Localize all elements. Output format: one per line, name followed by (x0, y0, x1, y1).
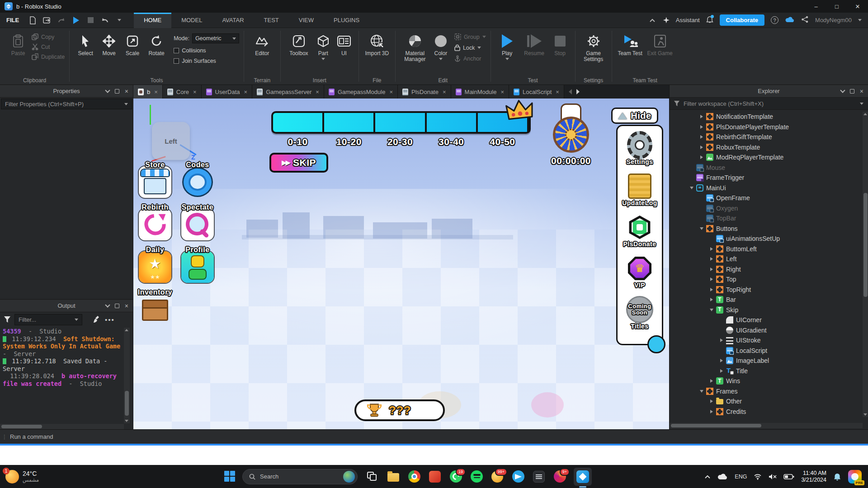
toolbox-button[interactable]: Toolbox (285, 32, 312, 76)
side-menu-item-icon[interactable] (627, 132, 652, 158)
output-collapse-icon[interactable] (105, 302, 110, 307)
join-surfaces-checkbox-box[interactable] (174, 58, 179, 64)
game-menu-button[interactable]: Codes (181, 164, 214, 198)
collisions-checkbox[interactable]: Collisions (174, 47, 239, 54)
tree-expand-icon[interactable] (708, 246, 715, 252)
material-manager-button[interactable]: Material Manager (400, 32, 430, 76)
tree-expand-icon[interactable] (708, 408, 715, 415)
collapse-ribbon-icon[interactable] (648, 16, 657, 25)
explorer-tree-row[interactable]: Buttons (670, 224, 862, 234)
ribbon-tab[interactable]: VIEW (289, 13, 324, 28)
open-file-icon[interactable] (42, 16, 52, 25)
tab-close-icon[interactable]: × (443, 89, 446, 95)
document-tab[interactable]: MainModule × (451, 85, 509, 99)
cut-button[interactable]: Cut (32, 43, 65, 50)
explorer-tree-row[interactable]: UIGradient (670, 325, 862, 336)
notification-bell-icon[interactable] (833, 473, 841, 481)
telegram-icon[interactable] (511, 470, 525, 483)
tree-expand-icon[interactable] (698, 144, 705, 150)
command-bar[interactable]: ⋮ Run a command (0, 429, 868, 444)
ribbon-tab[interactable]: PLUGINS (324, 13, 369, 28)
properties-collapse-icon[interactable] (105, 88, 110, 93)
volume-muted-icon[interactable] (769, 474, 777, 480)
onedrive-icon[interactable] (717, 473, 728, 480)
game-menu-button[interactable]: Daily (138, 249, 172, 283)
tree-expand-icon[interactable] (708, 235, 715, 242)
explorer-tree-row[interactable]: ImageLabel (670, 356, 862, 366)
explorer-tree-row[interactable]: RobuxTemplate (670, 142, 862, 153)
tree-expand-icon[interactable] (708, 398, 715, 404)
spinner-wheel-icon[interactable] (553, 117, 589, 153)
tree-expand-icon[interactable] (708, 256, 715, 262)
help-icon[interactable]: ? (771, 16, 778, 24)
tree-expand-icon[interactable] (689, 185, 695, 191)
output-filter-select[interactable]: Filter... (14, 314, 82, 325)
paste-button[interactable]: Paste (5, 32, 32, 76)
output-more-icon[interactable]: ••• (105, 316, 115, 324)
explorer-tree-row[interactable]: Title (670, 366, 862, 376)
explorer-tree-row[interactable]: Mouse (670, 163, 862, 173)
new-file-icon[interactable] (28, 16, 37, 25)
join-surfaces-checkbox[interactable]: Join Surfaces (174, 58, 239, 64)
properties-filter-input[interactable]: Filter Properties (Ctrl+Shift+P) (1, 99, 132, 109)
tab-close-icon[interactable]: × (244, 89, 248, 95)
document-tab[interactable]: Core × (163, 85, 202, 99)
explorer-tree-row[interactable]: Bar (670, 295, 862, 305)
whatsapp-icon[interactable]: 19 (449, 470, 462, 483)
document-tab[interactable]: LocalScript × (509, 85, 564, 99)
tree-expand-icon[interactable] (689, 164, 695, 171)
copilot-icon[interactable]: PRE (848, 470, 862, 483)
side-menu-item[interactable]: UpdateLog (622, 174, 657, 215)
tree-expand-icon[interactable] (718, 317, 725, 323)
game-menu-button[interactable]: Store (138, 164, 172, 198)
explorer-tree-row[interactable]: LocalScript (670, 346, 862, 356)
tab-close-icon[interactable]: × (556, 89, 559, 95)
roblox-studio-taskbar-icon[interactable] (574, 468, 592, 486)
ribbon-tab[interactable]: TEST (254, 13, 289, 28)
game-menu-button[interactable]: Profile (181, 249, 214, 283)
game-settings-button[interactable]: Game Settings (580, 32, 607, 76)
language-indicator[interactable]: ENG (735, 474, 747, 480)
color-dropdown-icon[interactable] (439, 58, 443, 60)
lock-button[interactable]: Lock (454, 44, 486, 51)
tree-expand-icon[interactable] (698, 215, 705, 221)
explorer-tree-row[interactable]: Left (670, 254, 862, 264)
resume-button[interactable]: Resume (522, 32, 547, 76)
explorer-tree-row[interactable]: Other (670, 396, 862, 407)
tab-close-icon[interactable]: × (193, 89, 197, 95)
explorer-tree-row[interactable]: Right (670, 264, 862, 275)
explorer-horizontal-scrollbar[interactable] (670, 423, 863, 428)
tab-scroll-right-icon[interactable] (576, 89, 580, 94)
side-menu-item[interactable]: PlsDonate (623, 215, 656, 256)
tree-expand-icon[interactable] (718, 368, 725, 374)
hide-menu-button[interactable]: Hide (611, 108, 658, 124)
import-3d-button[interactable]: Import 3D (363, 32, 391, 76)
duplicate-button[interactable]: Duplicate (32, 53, 65, 60)
tree-expand-icon[interactable] (698, 195, 705, 201)
explorer-tree-row[interactable]: UIStroke (670, 335, 862, 346)
anchor-button[interactable]: Anchor (454, 55, 486, 62)
cloud-sync-icon[interactable] (785, 16, 795, 24)
explorer-collapse-icon[interactable] (840, 88, 845, 93)
exit-game-button[interactable]: Exit Game (646, 32, 674, 76)
ribbon-tab[interactable]: HOME (134, 13, 171, 28)
account-dropdown-icon[interactable] (858, 19, 862, 21)
tree-expand-icon[interactable] (718, 357, 725, 364)
browser-icon[interactable] (407, 470, 421, 483)
terrain-editor-button[interactable]: Editor (249, 32, 276, 76)
side-menu-item-icon[interactable] (627, 256, 652, 281)
side-menu-item-icon[interactable] (627, 174, 652, 199)
tab-close-icon[interactable]: × (389, 89, 393, 95)
game-viewport[interactable]: Left Z 0-10 10-20 20-30 30-40 (133, 99, 669, 429)
game-menu-button-icon[interactable] (139, 251, 171, 283)
minimize-button[interactable]: – (806, 0, 826, 13)
stop-button[interactable]: Stop (550, 32, 571, 76)
explorer-tree-row[interactable]: UICorner (670, 315, 862, 325)
game-menu-button-icon[interactable] (139, 166, 171, 198)
document-tab[interactable]: GamepassServer × (252, 85, 324, 99)
explorer-tree-row[interactable]: TopBar (670, 213, 862, 224)
tree-expand-icon[interactable] (708, 266, 715, 272)
explorer-tree-row[interactable]: OpenFrame (670, 193, 862, 203)
side-menu-item[interactable]: VIP (627, 256, 652, 297)
side-menu-item[interactable]: Settings (626, 132, 653, 174)
